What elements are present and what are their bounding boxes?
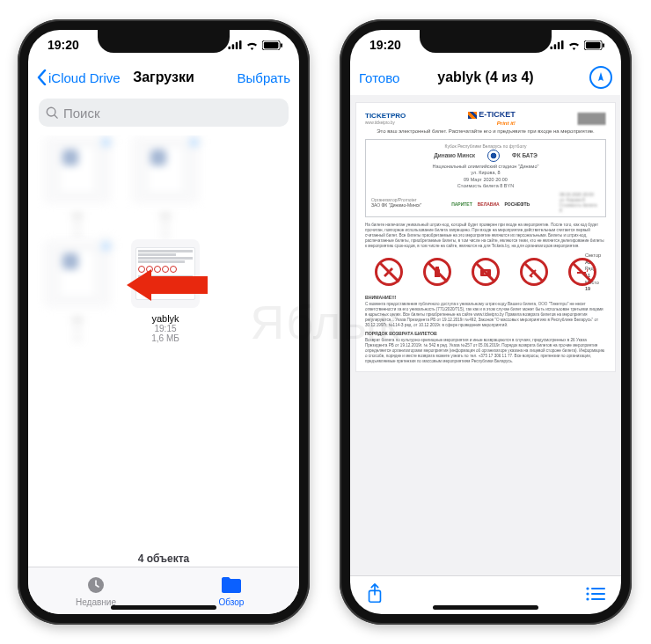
- svg-rect-5: [264, 41, 279, 48]
- markup-icon: [595, 71, 607, 84]
- notch: [420, 30, 552, 53]
- promoter: ЗАО ФК "Динамо-Минск": [371, 202, 421, 209]
- search-input[interactable]: Поиск: [39, 99, 289, 127]
- file-item[interactable]: ———: [127, 135, 204, 239]
- share-icon: [366, 583, 384, 604]
- clock-icon: [85, 574, 106, 596]
- done-button[interactable]: Готово: [359, 70, 399, 85]
- files-grid[interactable]: ——— ——— ———: [28, 135, 299, 547]
- svg-rect-17: [480, 269, 491, 276]
- svg-rect-12: [558, 42, 560, 49]
- battery-icon: [262, 40, 283, 50]
- phone-right: 19:20 Готово yablyk (4 из 4) TICKETPRO: [340, 19, 632, 625]
- done-label: Готово: [359, 70, 399, 85]
- item-count: 4 объекта: [28, 547, 299, 567]
- status-icons: [228, 40, 283, 50]
- annotation-arrow: [127, 269, 208, 301]
- team-b: ФК БАТЭ: [512, 152, 538, 159]
- document-preview[interactable]: TICKETPRO www.ticketpro.by E-TICKET Prin…: [350, 95, 621, 575]
- no-cameras-icon: [472, 258, 500, 286]
- prohibition-icons: [365, 258, 606, 286]
- file-time: 19:15: [154, 324, 176, 333]
- search-icon: [46, 106, 58, 119]
- svg-rect-6: [281, 43, 282, 48]
- sponsors: ПАРИТЕТ БЕЛАВИА РОСНЕФТЬ: [451, 201, 530, 208]
- status-icons: [550, 40, 605, 50]
- price: Стоимость билета 8 BYN: [371, 183, 600, 189]
- home-indicator[interactable]: [433, 605, 538, 610]
- back-label: iCloud Drive: [48, 70, 121, 85]
- file-item[interactable]: ———: [39, 239, 116, 343]
- return-body: Возврат билета по культурно-зрелищные ме…: [365, 338, 606, 364]
- file-size: 1,6 МБ: [151, 333, 179, 343]
- select-button[interactable]: Выбрать: [238, 70, 290, 85]
- svg-point-25: [586, 597, 589, 600]
- svg-rect-10: [551, 47, 553, 49]
- svg-rect-11: [554, 44, 557, 49]
- ticket-brand-left-sub: www.ticketpro.by: [365, 121, 406, 126]
- folder-icon: [220, 574, 243, 596]
- svg-rect-3: [239, 40, 242, 49]
- team-logo-icon: [487, 150, 500, 162]
- nav-bar: Готово yablyk (4 из 4): [350, 60, 621, 95]
- nav-bar: iCloud Drive Загрузки Выбрать: [28, 60, 299, 95]
- page-title: Загрузки: [133, 70, 194, 85]
- no-weapons-icon: [375, 258, 403, 286]
- share-button[interactable]: [366, 583, 384, 608]
- svg-line-8: [55, 115, 57, 118]
- svg-rect-0: [229, 47, 231, 49]
- no-bottles-icon: [423, 258, 451, 286]
- list-button[interactable]: [586, 587, 605, 604]
- signal-icon: [228, 40, 242, 49]
- svg-rect-24: [591, 593, 605, 595]
- ticket-brand-left: TICKETPRO: [365, 112, 406, 121]
- warning-body: С момента предоставления публичного дост…: [365, 302, 606, 328]
- chevron-left-icon: [37, 70, 47, 85]
- ticket-fineprint-1: На билете напечатан уникальный штрих-код…: [365, 223, 606, 249]
- svg-rect-15: [586, 41, 601, 48]
- tab-label: Обзор: [219, 597, 245, 607]
- page-title: yablyk (4 из 4): [437, 70, 533, 85]
- wifi-icon: [567, 40, 581, 50]
- warning-title: ВНИМАНИЕ!!!: [365, 295, 606, 301]
- file-name: yablyk: [151, 313, 179, 324]
- markup-button[interactable]: [589, 66, 612, 89]
- address: ул. Кирова, 8: [371, 170, 600, 176]
- svg-rect-22: [591, 588, 605, 589]
- signal-icon: [550, 40, 564, 49]
- wifi-icon: [245, 40, 259, 50]
- date: 09 Март 2020 20:00: [371, 177, 600, 183]
- home-indicator[interactable]: [111, 605, 216, 610]
- svg-point-18: [484, 271, 487, 274]
- svg-rect-2: [236, 42, 238, 49]
- tab-label: Недавние: [76, 597, 116, 607]
- svg-rect-19: [577, 272, 586, 274]
- ticket-brand-right: E-TICKET Print it!: [468, 110, 516, 127]
- back-button[interactable]: iCloud Drive: [37, 70, 121, 85]
- return-title: ПОРЯДОК ВОЗВРАТА БИЛЕТОВ: [365, 331, 606, 337]
- svg-point-21: [586, 587, 589, 589]
- phone-left: 19:20 iCloud Drive Загрузки Выбрать Поис…: [18, 19, 310, 625]
- status-time: 19:20: [369, 38, 401, 52]
- battery-icon: [584, 40, 605, 50]
- list-icon: [586, 587, 605, 601]
- team-a: Динамо Минск: [434, 152, 475, 159]
- no-fireworks-icon: [520, 258, 548, 286]
- no-smoking-icon: [568, 258, 596, 286]
- svg-point-23: [586, 592, 589, 595]
- notch: [98, 30, 230, 53]
- svg-rect-16: [603, 43, 604, 48]
- svg-rect-26: [591, 598, 605, 600]
- svg-rect-13: [561, 40, 564, 49]
- svg-rect-1: [232, 44, 235, 49]
- file-item[interactable]: ———: [39, 135, 116, 239]
- search-placeholder: Поиск: [63, 106, 100, 121]
- status-time: 19:20: [48, 38, 79, 52]
- barcode-icon: [578, 113, 606, 125]
- venue: Национальный олимпийский стадион "Динамо…: [371, 164, 600, 170]
- ticket-subtitle: Это ваш электронный билет. Распечатайте …: [365, 128, 606, 135]
